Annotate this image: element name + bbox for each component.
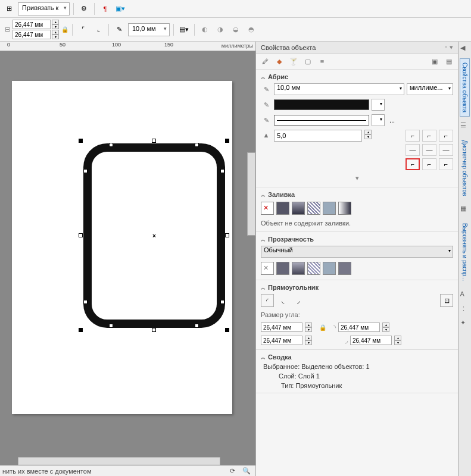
spin-up[interactable]: ▴ <box>364 130 372 134</box>
more-ellipsis[interactable]: ... <box>387 117 397 124</box>
section-header-transparency[interactable]: ︽ Прозрачность <box>261 234 453 244</box>
options-icon[interactable]: ⚙ <box>77 2 91 15</box>
corner-handle[interactable] <box>83 300 88 304</box>
section-header-outline[interactable]: ︽ Абрис <box>261 72 453 82</box>
spin-down[interactable]: ▾ <box>394 340 401 345</box>
corner-handle[interactable] <box>109 324 113 328</box>
tab-align-distribute[interactable]: Выровнять и распр... <box>460 219 470 286</box>
corner-handle[interactable] <box>195 143 199 147</box>
spin-up[interactable]: ▴ <box>305 322 312 327</box>
dock-icon[interactable]: ▣ <box>429 56 440 67</box>
selection-handle-b[interactable] <box>152 328 156 332</box>
style-dropdown[interactable] <box>372 114 385 126</box>
trans-uniform[interactable] <box>276 262 289 275</box>
line-style-swatch[interactable] <box>274 115 369 126</box>
pathfind-icon[interactable]: ◐ <box>198 23 211 36</box>
trans-none[interactable]: ✕ <box>261 262 274 275</box>
more-icon[interactable]: ▤ <box>444 56 454 67</box>
corner-round-icon[interactable]: ◜ <box>261 294 274 307</box>
fill-solid[interactable] <box>276 202 289 215</box>
join-bevel[interactable]: ⌐ <box>439 158 453 170</box>
transparency-mode-select[interactable]: Обычный <box>261 246 453 258</box>
fill-postscript[interactable] <box>338 202 351 215</box>
vertical-scrollbar[interactable] <box>247 152 255 236</box>
spin-up[interactable]: ▴ <box>305 336 312 340</box>
width-input[interactable] <box>13 20 51 29</box>
expand-icon[interactable]: ◀ <box>460 44 470 54</box>
selection-handle-br[interactable] <box>225 328 229 332</box>
section-header-summary[interactable]: ︽ Сводка <box>261 352 453 362</box>
section-header-fill[interactable]: ︽ Заливка <box>261 190 453 199</box>
height-input[interactable] <box>13 30 51 39</box>
fill-none[interactable]: ✕ <box>261 202 274 215</box>
fill-gradient[interactable] <box>292 202 305 215</box>
spin-down[interactable]: ▾ <box>52 35 59 39</box>
spin-down[interactable]: ▾ <box>364 134 372 139</box>
selection-handle-t[interactable] <box>152 139 156 143</box>
layers-icon[interactable]: ☰ <box>460 121 470 131</box>
relative-corner-icon[interactable]: ⊡ <box>440 294 453 307</box>
spin-down[interactable]: ▾ <box>305 340 312 345</box>
align-icon[interactable]: ▦ <box>460 205 470 214</box>
tab-object-properties[interactable]: Свойства объекта <box>460 58 470 117</box>
snap-dropdown[interactable]: Привязать к <box>18 2 70 15</box>
corner-bottom-icon[interactable]: ⌞ <box>92 23 105 36</box>
cap-round[interactable]: — <box>422 144 436 156</box>
text-icon[interactable]: A <box>460 290 470 300</box>
refresh-icon[interactable]: ⟳ <box>226 465 239 477</box>
trans-gradient[interactable] <box>292 262 305 275</box>
outline-width-select[interactable]: 10,0 мм <box>274 83 404 95</box>
pathfind-icon-3[interactable]: ◒ <box>229 23 242 36</box>
shape-tab-icon[interactable]: ▢ <box>302 56 313 67</box>
join-miter[interactable]: ⌐ <box>406 158 420 170</box>
cap-square[interactable]: — <box>439 144 453 156</box>
selection-handle-l[interactable] <box>79 233 83 237</box>
snap-icon[interactable]: ⊞ <box>2 2 15 15</box>
lock-icon[interactable]: 🔒 <box>319 324 326 331</box>
pen-icon[interactable]: ✎ <box>113 23 126 36</box>
selection-handle-tr[interactable] <box>225 139 229 143</box>
panel-close-icon[interactable]: ▾ <box>450 43 453 51</box>
corner-round[interactable]: ⌐ <box>422 130 436 142</box>
outline-color-swatch[interactable] <box>274 99 369 110</box>
corner-bevel[interactable]: ⌐ <box>439 130 453 142</box>
corner-handle[interactable] <box>220 169 224 173</box>
horizontal-scrollbar[interactable] <box>18 457 220 465</box>
corner-tl-input[interactable] <box>261 322 302 332</box>
cap-flat[interactable]: — <box>406 144 420 156</box>
corner-handle[interactable] <box>195 324 199 328</box>
line-width-dropdown[interactable]: 10,0 мм <box>128 23 170 36</box>
corner-handle[interactable] <box>83 169 88 173</box>
corner-handle[interactable] <box>109 143 113 147</box>
spin-up[interactable]: ▴ <box>394 336 401 340</box>
launch-icon[interactable]: ▣▾ <box>114 2 127 15</box>
tab-object-manager[interactable]: Диспетчер объектов <box>460 136 470 200</box>
zoom-icon[interactable]: 🔍 <box>240 465 253 477</box>
corner-tr-input[interactable] <box>338 322 380 332</box>
selection-handle-tl[interactable] <box>79 139 83 143</box>
corner-chamfer-icon[interactable]: ◞ <box>292 294 305 307</box>
lock-icon[interactable]: 🔒 <box>61 26 68 33</box>
color-icon[interactable]: ✦ <box>460 319 470 328</box>
trans-pattern[interactable] <box>307 262 320 275</box>
fill-pattern[interactable] <box>307 202 320 215</box>
selection-handle-r[interactable] <box>225 233 229 237</box>
join-round[interactable]: ⌐ <box>422 158 436 170</box>
panel-menu-icon[interactable]: ▫ <box>445 43 447 51</box>
summary-tab-icon[interactable]: ≡ <box>317 56 327 67</box>
spin-up[interactable]: ▴ <box>52 20 59 24</box>
transparency-tab-icon[interactable]: 🍸 <box>288 56 299 67</box>
spin-down[interactable]: ▾ <box>382 327 389 332</box>
miter-input[interactable] <box>274 130 362 142</box>
trans-bitmap[interactable] <box>338 262 351 275</box>
selection-handle-bl[interactable] <box>79 328 83 332</box>
spin-up[interactable]: ▴ <box>52 30 59 35</box>
wrap-icon[interactable]: ▤▾ <box>177 23 191 36</box>
color-dropdown[interactable] <box>372 99 385 111</box>
text-icon[interactable]: ¶ <box>98 2 111 15</box>
corner-handle[interactable] <box>220 300 224 304</box>
corner-top-left-icon[interactable]: ⌜ <box>76 23 89 36</box>
pathfind-icon-2[interactable]: ◑ <box>214 23 227 36</box>
canvas-background[interactable]: × <box>0 51 255 476</box>
spin-down[interactable]: ▾ <box>52 24 59 29</box>
